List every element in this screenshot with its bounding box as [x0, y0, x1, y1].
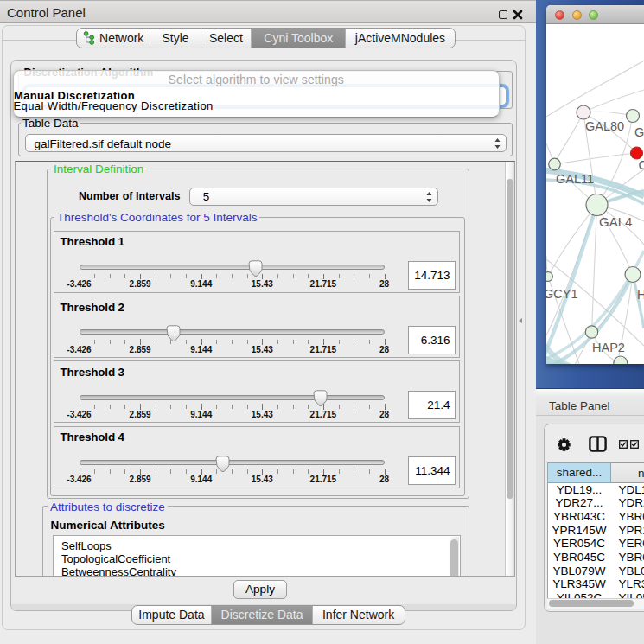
- svg-text:GAL11: GAL11: [556, 172, 594, 186]
- svg-text:HA: HA: [637, 288, 644, 302]
- svg-text:CYB: CYB: [639, 158, 644, 172]
- svg-text:GAL3: GAL3: [634, 125, 644, 139]
- svg-text:GAL4: GAL4: [599, 214, 632, 229]
- svg-text:GAL80: GAL80: [585, 119, 624, 133]
- svg-text:GCY1: GCY1: [546, 287, 578, 301]
- svg-text:HAP2: HAP2: [592, 341, 625, 354]
